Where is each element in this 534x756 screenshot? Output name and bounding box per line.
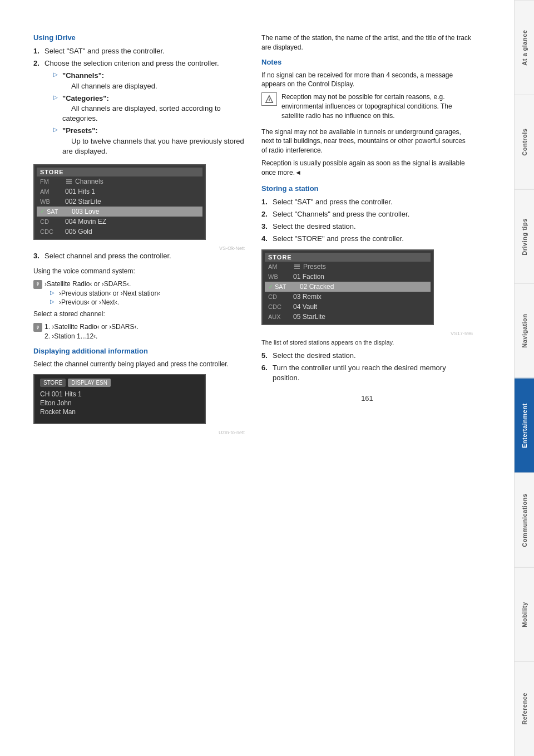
notes-text2: The signal may not be available in tunne… — [261, 127, 473, 155]
voice-intro: Using the voice command system: — [33, 267, 245, 276]
storing-steps-cont: 5. Select the desired station. 6. Turn t… — [261, 351, 473, 384]
notes-text1: If no signal can be received for more th… — [261, 71, 473, 90]
screen2-line1: CH 001 Hits 1 — [40, 390, 199, 398]
displaying-text: Select the channel currently being playe… — [33, 360, 245, 369]
storing-step-5: 5. Select the desired station. — [261, 351, 473, 361]
screen3-caption: The list of stored stations appears on t… — [261, 338, 473, 347]
screen2-line3: Rocket Man — [40, 408, 199, 416]
notes-heading: Notes — [261, 58, 473, 66]
voice-icon: 🎙 — [33, 280, 42, 289]
screen3-header: STORE — [265, 253, 431, 262]
presets-icon-2 — [293, 263, 301, 270]
page-container: Using iDrive 1. Select "SAT" and press t… — [0, 0, 534, 756]
screen3-row-wb: WB 01 Faction — [265, 272, 431, 282]
storing-steps: 1. Select "SAT" and press the controller… — [261, 197, 473, 244]
section-storing: Storing a station 1. Select "SAT" and pr… — [261, 184, 473, 384]
sub-options: ▷ "Channels":All channels are displayed.… — [53, 71, 245, 156]
notes-section: Notes If no signal can be received for m… — [261, 58, 473, 178]
displaying-heading: Displaying additional information — [33, 347, 245, 355]
screen3-row-aux: AUX 05 StarLite — [265, 312, 431, 322]
screen-row-am: AM 001 Hits 1 — [37, 186, 202, 197]
storing-step-4: 4. Select "STORE" and press the controll… — [261, 234, 473, 244]
screen1-mockup: STORE FM Channels AM — [33, 164, 206, 240]
right-intro: The name of the station, the name of the… — [261, 33, 473, 52]
screen2-mockup: STORE DISPLAY ESN CH 001 Hits 1 Elton Jo… — [33, 374, 206, 424]
storing-step-6: 6. Turn the controller until you reach t… — [261, 363, 473, 383]
notes-text3: Reception is usually possible again as s… — [261, 159, 473, 178]
notes-icon-text: Reception may not be possible for certai… — [281, 92, 473, 120]
step-1: 1. Select "SAT" and press the controller… — [33, 46, 245, 56]
screen-row-cdc: CDC 005 Gold — [37, 227, 202, 237]
watermark3: VS17-596 — [261, 331, 473, 336]
screen1-header: STORE — [37, 168, 202, 176]
voice-cmd-stored: 🎙 1. ›Satellite Radio‹ or ›SDARS‹. 2. ›S… — [33, 322, 245, 341]
storing-step-2: 2. Select "Channels" and press the contr… — [261, 209, 473, 219]
screen-row-wb: WB 002 StarLite — [37, 197, 202, 207]
svg-point-2 — [269, 98, 269, 99]
screen2-topbar: STORE DISPLAY ESN — [40, 379, 199, 387]
notes-icon-row: Reception may not be possible for certai… — [261, 92, 473, 124]
screen2-line2: Elton John — [40, 399, 199, 407]
screen3-row-cdc: CDC 04 Vault — [265, 302, 431, 312]
sub-categories: ▷ "Categories":All channels are displaye… — [53, 94, 245, 124]
screen3-rows: AM Presets WB 01 Faction — [265, 262, 431, 322]
section-displaying: Displaying additional information Select… — [33, 347, 245, 436]
storing-step-3: 3. Select the desired station. — [261, 222, 473, 232]
voice-cmd-main: 🎙 ›Satellite Radio‹ or ›SDARS‹. ▷›Previo… — [33, 279, 245, 307]
screen3-mockup: STORE AM Presets WB — [261, 249, 434, 325]
using-idrive-heading: Using iDrive — [33, 33, 245, 42]
voice-section: Using the voice command system: 🎙 ›Satel… — [33, 267, 245, 341]
presets-icon — [65, 178, 73, 185]
left-column: Using iDrive 1. Select "SAT" and press t… — [33, 33, 245, 734]
sidebar-tab-reference[interactable]: Reference — [515, 661, 534, 756]
sidebar-tab-communications[interactable]: Communications — [515, 473, 534, 567]
sidebar-tab-navigation[interactable]: Navigation — [515, 283, 534, 378]
step-3: 3. Select channel and press the controll… — [33, 251, 245, 261]
info-icon — [265, 95, 274, 104]
tab-display-esn: DISPLAY ESN — [68, 379, 111, 387]
screen3-row-cd: CD 03 Remix — [265, 292, 431, 302]
watermark1: VS-Ok-Nett — [33, 246, 245, 251]
sub-channels: ▷ "Channels":All channels are displayed. — [53, 71, 245, 91]
sidebar-tab-controls[interactable]: Controls — [515, 95, 534, 189]
storing-heading: Storing a station — [261, 184, 473, 193]
sub-presets: ▷ "Presets":Up to twelve channels that y… — [53, 126, 245, 156]
stored-channel-label: Select a stored channel: — [33, 310, 245, 319]
sidebar-tab-driving-tips[interactable]: Driving tips — [515, 189, 534, 284]
screen1-rows: FM Channels AM 001 Hits 1 — [37, 176, 202, 237]
step-2: 2. Choose the selection criterion and pr… — [33, 58, 245, 159]
notes-icon-box — [261, 92, 277, 106]
right-column: The name of the station, the name of the… — [261, 33, 473, 734]
screen-row-sat: ✓SAT 003 Love — [37, 207, 202, 217]
step3: 3. Select channel and press the controll… — [33, 251, 245, 261]
screen-row-cd: CD 004 Movin EZ — [37, 217, 202, 227]
main-content: Using iDrive 1. Select "SAT" and press t… — [0, 0, 514, 756]
screen3-row-am: AM Presets — [265, 262, 431, 272]
screen-row-fm: FM Channels — [37, 176, 202, 186]
sidebar-tab-at-a-glance[interactable]: At a glance — [515, 0, 534, 95]
right-sidebar: At a glance Controls Driving tips Naviga… — [514, 0, 534, 756]
idrive-steps: 1. Select "SAT" and press the controller… — [33, 46, 245, 159]
watermark2: Uzm-to-nett — [33, 430, 245, 435]
tab-store: STORE — [40, 379, 66, 387]
section-using-idrive: Using iDrive 1. Select "SAT" and press t… — [33, 33, 245, 261]
screen3-row-sat: ✓SAT 02 Cracked — [265, 282, 431, 292]
storing-step-1: 1. Select "SAT" and press the controller… — [261, 197, 473, 207]
voice-icon-2: 🎙 — [33, 323, 42, 332]
page-number: 161 — [261, 394, 473, 402]
sidebar-tab-mobility[interactable]: Mobility — [515, 567, 534, 662]
sidebar-tab-entertainment[interactable]: Entertainment — [515, 378, 534, 473]
